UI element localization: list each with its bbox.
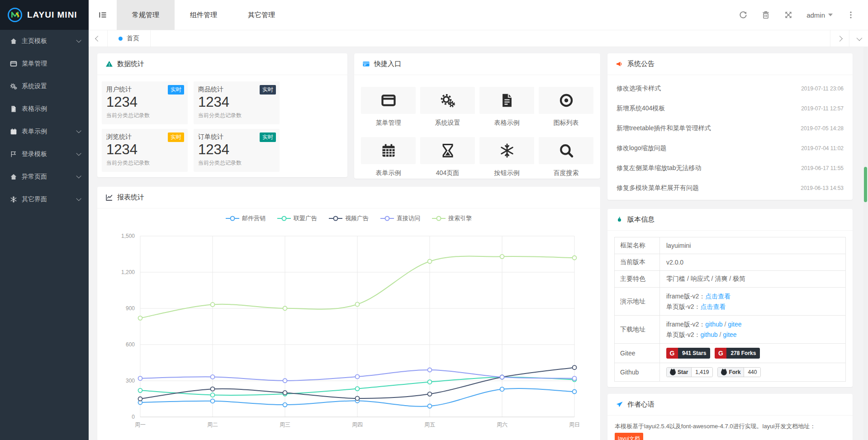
version-row: 当前版本v2.0.0 (615, 254, 845, 271)
notice-date: 2019-07-11 23:06 (801, 85, 844, 92)
quick-entry-button[interactable] (539, 87, 593, 114)
card-header: 作者心语 (607, 394, 853, 416)
fullscreen-icon[interactable] (784, 10, 793, 19)
notice-date: 2019-07-11 12:57 (801, 105, 844, 112)
circledot-icon (559, 93, 574, 108)
top-nav-item-1[interactable]: 常规管理 (117, 0, 175, 30)
tab-menu-button[interactable] (849, 30, 868, 47)
hourglass-icon (440, 143, 455, 158)
stat-box: 浏览统计实时1234当前分类总记录数 (102, 129, 188, 172)
notice-item[interactable]: 修改选项卡样式2019-07-11 23:06 (607, 79, 853, 99)
version-link[interactable]: 点击查看 (700, 303, 726, 310)
refresh-icon[interactable] (739, 10, 748, 19)
version-link[interactable]: 点击查看 (705, 293, 730, 300)
github-badge-count: 1,419 (692, 368, 712, 377)
stat-box: 订单统计实时1234当前分类总记录数 (194, 129, 280, 172)
card-window-icon (362, 60, 370, 68)
sidebar-item-form[interactable]: 表单示例 (0, 120, 89, 143)
version-row-value: 零门槛 / 响应式 / 清爽 / 极简 (660, 271, 845, 287)
sidebar-item-label: 主页模板 (22, 37, 76, 45)
gears-icon (10, 83, 17, 90)
chevron-down-icon (76, 151, 81, 156)
version-link[interactable]: gitee (723, 331, 736, 338)
quick-entry-button[interactable] (420, 137, 475, 164)
svg-text:1,500: 1,500 (121, 233, 135, 239)
legend-item[interactable]: 邮件营销 (226, 214, 266, 222)
logo[interactable]: LAYUI MINI (0, 0, 89, 30)
realtime-badge: 实时 (260, 85, 276, 95)
top-nav-item-2[interactable]: 组件管理 (175, 0, 232, 30)
gitee-icon: G (715, 348, 726, 359)
quick-entry-button[interactable] (539, 137, 593, 164)
sidebar-item-login[interactable]: 登录模板 (0, 143, 89, 166)
notice-item[interactable]: 新增系统404模板2019-07-11 12:57 (607, 99, 853, 118)
sidebar-item-other[interactable]: 其它界面 (0, 188, 89, 211)
layui-doc-badge[interactable]: layui文档 (615, 433, 643, 440)
quick-entry-label: 图标列表 (539, 119, 593, 127)
stat-value: 1234 (106, 95, 183, 110)
quick-entry-button[interactable] (361, 87, 416, 114)
layuimini-app: LAYUI MINI 主页模板菜单管理系统设置表格示例表单示例登录模板异常页面其… (0, 0, 868, 440)
scrollbar-thumb[interactable] (864, 167, 867, 202)
notice-item[interactable]: 修改logo缩放问题2019-07-04 11:02 (607, 138, 853, 158)
quick-entry-item: 系统设置 (420, 87, 475, 127)
github-badge-label: Star (678, 369, 688, 375)
stat-value: 1234 (198, 142, 275, 157)
quick-entry-button[interactable] (479, 137, 534, 164)
sidebar-item-error[interactable]: 异常页面 (0, 166, 89, 188)
version-row-label: Gitee (615, 344, 660, 363)
gitee-badge[interactable]: G941 Stars (666, 348, 710, 359)
quick-entry-button[interactable] (361, 137, 416, 164)
card-system-notice: 系统公告 修改选项卡样式2019-07-11 23:06新增系统404模板201… (607, 53, 853, 200)
legend-marker-icon (277, 216, 291, 221)
notice-item[interactable]: 修复多模块菜单栏展开有问题2019-06-13 14:53 (607, 178, 853, 198)
sidebar: LAYUI MINI 主页模板菜单管理系统设置表格示例表单示例登录模板异常页面其… (0, 0, 89, 440)
version-link[interactable]: github (700, 331, 717, 338)
collapse-sidebar-icon[interactable] (89, 0, 117, 30)
file-icon (10, 105, 17, 113)
svg-text:300: 300 (126, 378, 135, 384)
more-vert-icon[interactable] (846, 10, 855, 19)
version-row-label: 框架名称 (615, 237, 660, 254)
sidebar-item-system[interactable]: 系统设置 (0, 75, 89, 98)
version-link[interactable]: gitee (728, 321, 741, 328)
notice-item[interactable]: 修复左侧菜单缩放tab无法移动2019-06-17 11:55 (607, 158, 853, 178)
trash-icon[interactable] (761, 10, 770, 19)
octocat-icon (721, 369, 727, 375)
card-header: 快捷入口 (354, 53, 600, 75)
link-prefix: iframe版-v2： (666, 321, 705, 328)
legend-marker-icon (432, 216, 446, 221)
version-row-value: iframe版-v2：点击查看单页版-v2：点击查看 (660, 288, 845, 315)
sidebar-item-home[interactable]: 主页模板 (0, 30, 89, 52)
github-badge[interactable]: Star1,419 (666, 367, 713, 377)
header-actions: admin (739, 0, 868, 30)
tab-bar: 首页 (89, 30, 868, 47)
legend-item[interactable]: 搜索引擎 (432, 214, 472, 222)
version-row-label: Github (615, 363, 660, 381)
tab-scroll-left-button[interactable] (89, 30, 108, 47)
quick-entry-button[interactable] (479, 87, 534, 114)
gears-icon (440, 93, 455, 108)
legend-item[interactable]: 视频广告 (329, 214, 369, 222)
notice-item[interactable]: 新增treetable插件和菜单管理样式2019-07-05 14:28 (607, 118, 853, 138)
top-nav-item-3[interactable]: 其它管理 (232, 0, 290, 30)
legend-item[interactable]: 直接访问 (380, 214, 420, 222)
author-body: 本模板基于layui2.5.4以及font-awesome-4.7.0进行实现。… (607, 416, 853, 440)
tab-home[interactable]: 首页 (108, 30, 151, 47)
notice-text: 新增系统404模板 (617, 104, 796, 113)
chevron-left-icon (95, 36, 101, 42)
quick-entry-button[interactable] (420, 87, 475, 114)
gitee-badge[interactable]: G278 Forks (715, 348, 760, 359)
version-row: 框架名称layuimini (615, 237, 845, 254)
user-menu[interactable]: admin (806, 11, 833, 19)
version-link[interactable]: github (705, 321, 722, 328)
quick-entry-grid: 菜单管理系统设置表格示例图标列表表单示例404页面按钮示例百度搜索 (354, 75, 600, 177)
sidebar-item-table[interactable]: 表格示例 (0, 98, 89, 120)
chevron-down-icon (76, 38, 81, 43)
svg-text:周五: 周五 (424, 421, 435, 428)
sidebar-item-menu[interactable]: 菜单管理 (0, 52, 89, 75)
tab-scroll-right-button[interactable] (830, 30, 849, 47)
github-badge[interactable]: Fork440 (717, 367, 761, 377)
legend-item[interactable]: 联盟广告 (277, 214, 317, 222)
link-prefix: 单页版-v2： (666, 331, 700, 338)
